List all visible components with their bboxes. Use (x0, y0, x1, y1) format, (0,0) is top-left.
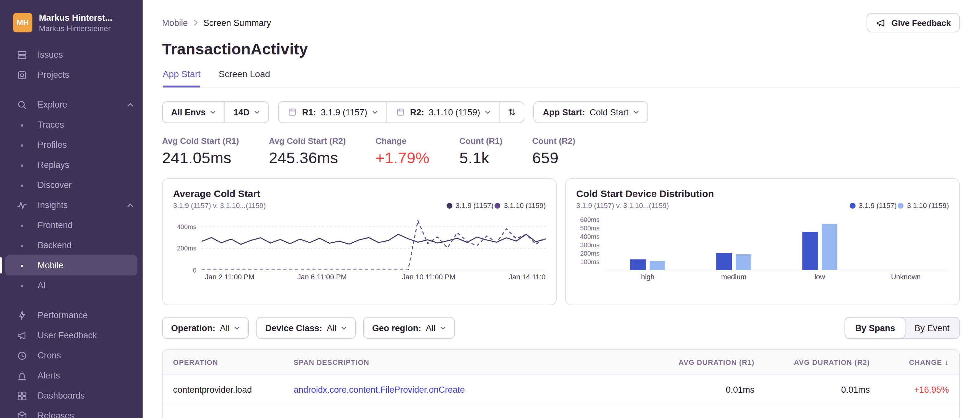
megaphone-icon (876, 17, 886, 28)
charts-row: Average Cold Start 3.1.9 (1157) v. 3.1.1… (162, 178, 960, 305)
sidebar-item-insights[interactable]: Insights (0, 195, 143, 215)
swap-icon: ⇅ (508, 107, 515, 117)
chevron-down-icon (633, 110, 639, 114)
avg-duration-r2-cell: 0.01ms (754, 385, 870, 394)
chevron-down-icon (254, 110, 260, 114)
env-period-group: All Envs 14D (162, 101, 269, 123)
pulse-icon (17, 200, 27, 210)
chart-legend: 3.1.9 (1157) 3.1.10 (1159) (850, 202, 949, 209)
chevron-down-icon (440, 326, 446, 330)
column-header-avg-duration-r1[interactable]: AVG DURATION (R1) (625, 358, 754, 366)
sidebar-item-user-feedback[interactable]: User Feedback (0, 325, 143, 345)
release-compare-group: R1: 3.1.9 (1157) R2: 3.1.10 (1159) ⇅ (278, 101, 525, 123)
bullet-icon: • (17, 161, 27, 170)
series-dot-icon (850, 202, 856, 208)
bullet-icon: • (17, 140, 27, 149)
chevron-down-icon (234, 326, 240, 330)
legend-item[interactable]: 3.1.10 (1159) (898, 202, 949, 209)
y-axis: 600ms500ms400ms300ms200ms100ms (576, 216, 605, 270)
sidebar-item-dashboards[interactable]: Dashboards (0, 386, 143, 406)
sidebar-item-label: Insights (38, 200, 68, 210)
app-start-type-selector[interactable]: App Start: Cold Start (535, 102, 648, 122)
geo-region-filter[interactable]: Geo region: All (364, 318, 454, 338)
projects-icon (17, 70, 27, 80)
sidebar-item-replays[interactable]: •Replays (0, 155, 143, 175)
grid-icon (17, 391, 27, 401)
sidebar-item-crons[interactable]: Crons (0, 345, 143, 366)
table-row[interactable]: contentprovider.load androidx.core.conte… (163, 375, 959, 404)
breadcrumb-page: Screen Summary (204, 18, 271, 27)
x-axis: Jan 2 11:00 PMJan 6 11:00 PMJan 10 11:00… (202, 272, 546, 283)
topbar: Mobile Screen Summary Give Feedback (162, 13, 960, 32)
app-start-group: App Start: Cold Start (534, 101, 648, 123)
sidebar-item-traces[interactable]: •Traces (0, 115, 143, 135)
give-feedback-button[interactable]: Give Feedback (867, 13, 960, 32)
sidebar-item-discover[interactable]: •Discover (0, 175, 143, 195)
stat-change: Change +1.79% (375, 136, 430, 167)
sort-descending-icon: ↓ (945, 358, 949, 367)
megaphone-icon (17, 330, 27, 340)
sidebar-item-releases[interactable]: Releases (0, 406, 143, 418)
bullet-icon: • (17, 221, 27, 230)
page-title: TransactionActivity (162, 40, 960, 58)
clock-icon (17, 350, 27, 361)
sidebar-item-alerts[interactable]: Alerts (0, 366, 143, 386)
change-cell: +16.95% (870, 385, 949, 394)
column-header-avg-duration-r2[interactable]: AVG DURATION (R2) (754, 358, 870, 366)
tab-screen-load[interactable]: Screen Load (219, 69, 270, 87)
release-2-selector[interactable]: R2: 3.1.10 (1159) (386, 102, 499, 122)
sidebar-item-profiles[interactable]: •Profiles (0, 135, 143, 155)
chevron-up-icon (127, 203, 134, 207)
sidebar-item-label: Explore (38, 100, 67, 110)
device-class-filter[interactable]: Device Class: All (257, 318, 355, 338)
sidebar-item-mobile[interactable]: •Mobile (5, 255, 137, 275)
view-toggle: By Spans By Event (845, 317, 960, 339)
column-header-operation[interactable]: OPERATION (173, 358, 294, 366)
user-menu[interactable]: MH Markus Hinterst... Markus Hinterstein… (0, 0, 143, 40)
by-event-toggle[interactable]: By Event (905, 318, 959, 338)
sidebar-item-ai[interactable]: •AI (0, 275, 143, 296)
legend-item[interactable]: 3.1.9 (1157) (447, 202, 493, 209)
sidebar-item-frontend[interactable]: •Frontend (0, 215, 143, 235)
siren-icon (17, 370, 27, 381)
span-description-link[interactable]: androidx.core.content.FileProvider.onCre… (294, 385, 625, 394)
breadcrumb-section[interactable]: Mobile (162, 18, 188, 27)
sidebar-item-backend[interactable]: •Backend (0, 235, 143, 255)
table-row[interactable] (163, 404, 959, 418)
release-1-selector[interactable]: R1: 3.1.9 (1157) (279, 102, 386, 122)
sidebar-item-issues[interactable]: Issues (0, 45, 143, 65)
operation-filter[interactable]: Operation: All (163, 318, 248, 338)
sidebar-nav: Issues Projects Explore •Traces •Profile… (0, 45, 143, 418)
column-header-change[interactable]: CHANGE ↓ (870, 358, 949, 367)
date-range-filter[interactable]: 14D (224, 102, 269, 122)
search-icon (17, 100, 27, 110)
breadcrumb: Mobile Screen Summary (162, 18, 271, 27)
give-feedback-label: Give Feedback (891, 18, 951, 27)
stat-count-r1: Count (R1) 5.1k (459, 136, 502, 167)
operation-cell: contentprovider.load (173, 385, 294, 394)
environment-filter[interactable]: All Envs (163, 102, 224, 122)
lightning-icon (17, 310, 27, 321)
sidebar-item-label: Issues (38, 50, 63, 60)
chevron-right-icon (194, 19, 198, 26)
chart-title: Average Cold Start (173, 188, 266, 199)
legend-item[interactable]: 3.1.9 (1157) (850, 202, 897, 209)
chart-subtitle: 3.1.9 (1157) v. 3.1.10...(1159) (173, 202, 266, 209)
stat-avg-cold-start-r1: Avg Cold Start (R1) 241.05ms (162, 136, 239, 167)
chevron-up-icon (127, 103, 134, 106)
bar-plot (605, 216, 949, 270)
sidebar-item-explore[interactable]: Explore (0, 95, 143, 115)
sidebar-item-projects[interactable]: Projects (0, 65, 143, 85)
by-spans-toggle[interactable]: By Spans (845, 317, 905, 339)
release-icon (287, 107, 298, 117)
sidebar-item-label: Projects (38, 70, 69, 80)
chevron-down-icon (485, 110, 490, 114)
sidebar-item-performance[interactable]: Performance (0, 305, 143, 325)
swap-releases-button[interactable]: ⇅ (499, 102, 524, 122)
category-axis: highmediumlowUnknown (605, 272, 949, 283)
bullet-icon: • (17, 281, 27, 290)
column-header-span-description[interactable]: SPAN DESCRIPTION (294, 358, 625, 366)
tab-app-start[interactable]: App Start (163, 69, 200, 87)
legend-item[interactable]: 3.1.10 (1159) (495, 202, 546, 209)
cold-start-device-distribution-chart: Cold Start Device Distribution 3.1.9 (11… (565, 178, 960, 305)
